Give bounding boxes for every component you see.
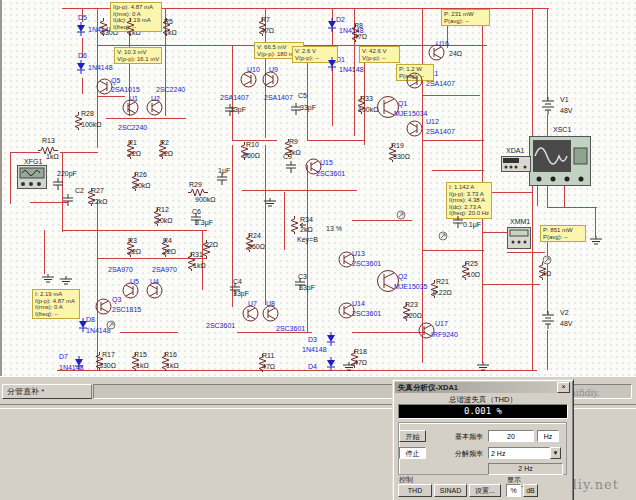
dio-symbol (327, 57, 337, 71)
rv-symbol (357, 96, 366, 114)
probe-annotation: V: 42.6 VV(p-p): -- (359, 46, 400, 63)
sheet-tab[interactable]: 分管直补 * (2, 384, 92, 399)
npn-symbol (338, 302, 355, 319)
wire (537, 186, 538, 206)
rv-symbol (99, 18, 108, 36)
dio-symbol (74, 356, 84, 370)
resolution-readout: 2 Hz (488, 463, 563, 475)
npn-symbol (122, 99, 139, 116)
rv-symbol (87, 188, 96, 206)
rv-symbol (245, 234, 254, 252)
component-label: IRF9240 (431, 331, 458, 338)
pnp-symbol (96, 78, 113, 95)
rv-symbol (131, 353, 140, 371)
component-label: V2 (560, 309, 569, 316)
rh-symbol (38, 146, 58, 155)
component-label: XSC1 (553, 126, 571, 133)
component-label: 2SC3601 (352, 260, 381, 267)
wire (307, 165, 308, 332)
rv-symbol (161, 353, 170, 371)
cap-symbol (190, 213, 202, 225)
wire (307, 140, 365, 141)
wire (62, 230, 207, 231)
function-generator-xfg1[interactable] (17, 165, 47, 189)
cap-symbol (62, 194, 74, 206)
dio-symbol (326, 357, 336, 371)
thd-value-display: 0.001 % (398, 404, 568, 419)
pnp-symbol (406, 72, 423, 89)
component-label: 2SC1815 (112, 306, 141, 313)
wire (547, 207, 597, 208)
dio-symbol (76, 22, 86, 36)
rv-symbol (158, 141, 167, 159)
oscilloscope-xsc1[interactable] (529, 136, 591, 186)
db-display-button[interactable]: dB (523, 484, 538, 497)
wire (97, 200, 98, 370)
bignpn-symbol (376, 95, 400, 119)
start-button[interactable]: 开始 (399, 430, 426, 442)
cap-symbol (290, 103, 302, 115)
wire (82, 78, 83, 94)
rv-symbol (126, 141, 135, 159)
rv-symbol (402, 303, 411, 321)
stop-button[interactable]: 停止 (399, 447, 426, 459)
rv-symbol (258, 18, 267, 36)
dialog-titlebar[interactable]: 失真分析仪-XDA1 × (395, 382, 571, 393)
component-label: 2SC2240 (156, 86, 185, 93)
distortion-analyzer-xda1[interactable] (501, 156, 531, 172)
npn-symbol (305, 158, 322, 175)
component-label: V1 (560, 96, 569, 103)
component-label: D3 (308, 336, 317, 343)
wire (62, 152, 63, 232)
cap-symbol (452, 216, 464, 228)
settings-button[interactable]: 设置... (469, 484, 501, 497)
component-label: 2SC2240 (118, 124, 147, 131)
npn-symbol (146, 99, 163, 116)
probe-annotation: I(p-p): 4.87 mAI(rms): 0 AI(dc): 2.19 mA… (110, 2, 162, 32)
component-label: XDA1 (506, 147, 524, 154)
wire (564, 186, 565, 208)
component-label: C5 (298, 92, 307, 99)
cap-symbol (52, 178, 64, 190)
probe-symbol (396, 210, 406, 220)
chevron-down-icon[interactable]: ▼ (550, 447, 561, 459)
component-label: R13 (42, 137, 55, 144)
cap-symbol (216, 173, 228, 185)
resolution-frequency-select[interactable]: 2 Hz (488, 447, 550, 459)
wire (284, 192, 285, 250)
cap-symbol (294, 278, 306, 290)
thd-mode-button[interactable]: THD (398, 484, 432, 497)
component-label: 33pF (300, 104, 316, 111)
fundamental-frequency-input[interactable]: 20 (488, 430, 534, 442)
schematic-canvas[interactable]: D51N4148D61N4148330Ω1kΩR51kΩQ52SA1015U1U… (0, 0, 636, 378)
component-label: 2SA1015 (111, 86, 140, 93)
pot-symbol (290, 216, 307, 234)
sinad-mode-button[interactable]: SINAD (434, 484, 467, 497)
wire (60, 152, 98, 153)
cap-symbol (229, 283, 241, 295)
component-label: 100kΩ (81, 121, 101, 128)
component-label: U12 (426, 118, 439, 125)
wire (432, 170, 484, 171)
pnp-symbol (406, 120, 423, 137)
screenshot-root: D51N4148D61N4148330Ω1kΩR51kΩQ52SA1015U1U… (0, 0, 636, 500)
probe-symbol (106, 320, 116, 330)
component-label: Key=B (297, 236, 318, 243)
rv-symbol (258, 354, 267, 372)
percent-display-button[interactable]: % (506, 484, 521, 497)
rv-symbol (202, 240, 211, 258)
wire (120, 332, 178, 333)
wire (547, 330, 548, 370)
multimeter-xmm1[interactable] (507, 227, 531, 249)
component-label: 220pF (57, 170, 77, 177)
component-label: 13 % (326, 225, 342, 232)
probe-annotation: V: 10.3 mVV(p-p): 16.1 mV (114, 47, 162, 64)
rv-symbol (74, 112, 83, 130)
wire (97, 96, 125, 97)
component-label: 1N4148 (88, 64, 113, 71)
component-label: XMM1 (510, 218, 530, 225)
dialog-title: 失真分析仪-XDA1 (395, 383, 557, 393)
npn-symbol (95, 298, 112, 315)
gnd-symbol (590, 236, 602, 245)
close-icon[interactable]: × (557, 382, 570, 393)
